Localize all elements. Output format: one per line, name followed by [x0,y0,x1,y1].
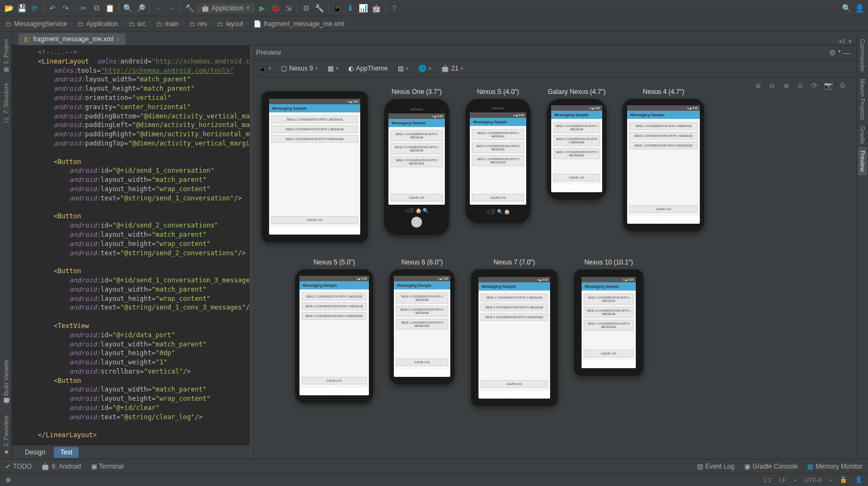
screenshot-icon[interactable]: 📷 [824,80,833,90]
event-log-tab[interactable]: ▤Event Log [697,463,735,470]
activity-selector[interactable]: ▤▾ [395,64,411,73]
config-icon: ▦ [328,65,334,72]
device-selector[interactable]: ▢Nexus 9▾ [279,64,320,73]
device-preview[interactable]: Galaxy Nexus (4.7") ▾◢5:00 Messaging Sam… [547,88,607,200]
attach-debugger-icon[interactable]: ⇲ [283,3,294,14]
device-preview[interactable]: Nexus 10 (10.1") ▾◢5:00 Messaging Sample… [574,258,643,376]
zoom-out-icon[interactable]: ⊖ [767,80,777,90]
hector-icon[interactable]: 👤 [855,476,863,483]
monitor-icon[interactable]: 📊 [358,3,369,14]
avd-icon[interactable]: 📱 [332,3,343,14]
device-preview[interactable]: Nexus 7 (7.0") ▾◢5:00 Messaging Sample S… [471,258,558,406]
todo-tab[interactable]: ✔TODO [5,463,31,470]
commander-tab[interactable]: Commander [858,36,867,75]
device-icon: ▢ [281,65,287,72]
folder-icon: 🗀 [129,20,135,28]
menu-icon[interactable]: ▾ [848,38,852,45]
make-icon[interactable]: 🔨 [184,3,195,14]
maven-tab[interactable]: Maven Projects [858,75,867,123]
file-encoding[interactable]: UTF-8 [805,477,821,483]
replace-icon[interactable]: 🔎 [135,3,146,14]
preview-tab[interactable]: Preview [858,147,867,175]
run-icon[interactable]: ▶ [257,3,268,14]
sync-icon[interactable]: ⟳ [29,3,40,14]
forward-icon[interactable]: → [166,3,177,14]
breadcrumb-item[interactable]: 🗀layout [217,20,243,28]
code-editor[interactable]: <!--...--> <LinearLayout xmlns:android="… [12,46,251,459]
design-tab[interactable]: Design [18,447,52,458]
config-selector[interactable]: ▦▾ [326,64,341,73]
folder-icon: 🗀 [156,20,163,28]
debug-icon[interactable]: 🐞 [270,3,281,14]
back-icon[interactable]: ← [153,3,164,14]
device-preview[interactable]: Nexus 5 (5.0") ▾◢5:00 Messaging Sample S… [295,258,373,403]
locale-selector[interactable]: 🌐▾ [416,64,433,73]
hide-icon[interactable]: — [843,48,851,57]
zoom-in-icon[interactable]: ⊕ [753,80,763,90]
indent-indicator[interactable]: ⇥3 [837,38,845,45]
preview-toolbar: 📱▾ ▢Nexus 9▾ ▦▾ ◐AppTheme ▤▾ 🌐▾ 🤖21▾ [251,60,856,77]
breadcrumb-item[interactable]: 🗀res [189,20,207,28]
folder-icon: 🗀 [78,20,84,28]
close-icon[interactable]: × [117,36,120,42]
android-icon: 🤖 [201,4,209,12]
chevron-down-icon[interactable]: ▾ [838,48,841,57]
run-configuration-selector[interactable]: 🤖 Application ▼ [197,3,255,13]
help-icon[interactable]: ? [389,3,400,14]
settings-icon[interactable]: 🔧 [314,3,325,14]
paste-icon[interactable]: 📋 [104,3,115,14]
lock-icon[interactable]: 🔓 [840,476,847,483]
sdk-icon[interactable]: ⬇ [345,3,356,14]
refresh-icon[interactable]: ⟳ [809,80,819,90]
cut-icon[interactable]: ✂ [78,3,89,14]
profile-icon[interactable]: ⚙ [301,3,312,14]
undo-icon[interactable]: ↶ [47,3,58,14]
device-preview[interactable]: Nexus 6 (6.0") ▾◢5:00 Messaging Sample S… [390,258,455,384]
device-preview[interactable]: Nexus S (4.0") ▾◢5:00 Messaging Sample S… [465,88,531,223]
window-icon: ▤ [398,65,404,72]
gradle-console-tab[interactable]: ▣Gradle Console [744,463,797,470]
gradle-tab[interactable]: Gradle [858,123,867,147]
memory-monitor-tab[interactable]: ▦Memory Monitor [807,463,863,470]
file-tab[interactable]: ◧ fragment_message_me.xml × [18,33,125,45]
breadcrumb-item[interactable]: 🗀main [156,20,179,28]
build-variants-tab[interactable]: 🤖Build Variants [1,356,10,408]
redo-icon[interactable]: ↷ [60,3,71,14]
breadcrumb-item[interactable]: 📄fragment_message_me.xml [253,20,344,28]
breadcrumb-item[interactable]: 🗀MessagingService [5,20,67,28]
orientation-selector[interactable]: 📱▾ [256,64,273,73]
device-preview[interactable]: Nexus One (3.7") ▾◢5:00 Messaging Sample… [384,88,449,235]
search-everywhere-icon[interactable]: 🔍 [841,3,852,14]
zoom-fit-icon[interactable]: ⊖ [795,80,805,90]
file-tab-label: fragment_message_me.xml [33,35,113,43]
settings-icon[interactable]: ⚙ [838,80,847,90]
project-tool-tab[interactable]: ▦1: Project [1,36,10,77]
theme-selector[interactable]: ◐AppTheme [346,64,390,73]
breadcrumb-item[interactable]: 🗀src [129,20,146,28]
android-tab[interactable]: 🤖6: Android [41,463,81,470]
save-icon[interactable]: 💾 [16,3,27,14]
device-preview[interactable]: Nexus 4 (4.7") ▾◢5:00 Messaging Sample S… [623,88,704,231]
gear-icon[interactable]: ⚙ [829,48,836,57]
breadcrumb-item[interactable]: 🗀Application [78,20,118,28]
main-toolbar: 📂 💾 ⟳ ↶ ↷ ✂ ⧉ 📋 🔍 🔎 ← → 🔨 🤖 Application … [0,0,868,16]
copy-icon[interactable]: ⧉ [91,3,102,14]
terminal-icon: ▣ [91,463,97,470]
structure-tool-tab[interactable]: ☷7: Structure [1,80,10,127]
xml-file-icon: ◧ [24,35,30,43]
tool-windows-icon[interactable]: ▣ [5,476,11,483]
find-icon[interactable]: 🔍 [122,3,133,14]
right-tool-sidebar: Commander Maven Projects Gradle Preview [856,31,868,459]
api-selector[interactable]: 🤖21▾ [439,64,465,73]
caret-position[interactable]: 1:1 [763,477,771,483]
text-tab[interactable]: Text [54,447,79,458]
zoom-actual-icon[interactable]: ⊕ [781,80,791,90]
console-icon: ▣ [744,463,750,470]
favorites-tab[interactable]: ★2: Favorites [1,412,10,459]
open-icon[interactable]: 📂 [3,3,14,14]
line-separator[interactable]: LF [779,477,786,483]
device-preview[interactable]: ▾◢5:00 Messaging Sample SEND 1 CONVERSAT… [261,88,368,242]
terminal-tab[interactable]: ▣Terminal [91,463,124,470]
user-icon[interactable]: 👤 [854,3,865,14]
android-robot-icon[interactable]: 🤖 [371,3,382,14]
